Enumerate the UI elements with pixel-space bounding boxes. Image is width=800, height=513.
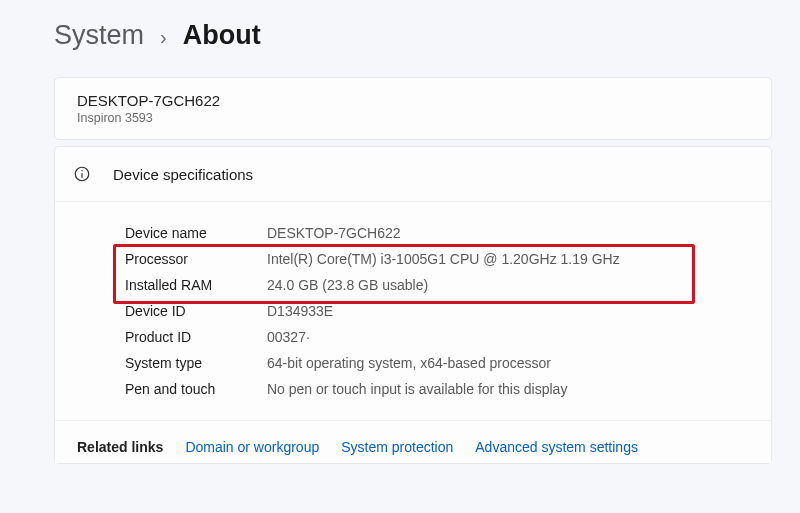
related-links-label: Related links (77, 439, 163, 455)
spec-value: Intel(R) Core(TM) i3-1005G1 CPU @ 1.20GH… (255, 246, 749, 272)
spec-label: Product ID (125, 324, 255, 350)
device-specifications-card[interactable]: Device specifications Device name DESKTO… (54, 146, 772, 464)
spec-label: Device name (125, 220, 255, 246)
spec-label: Pen and touch (125, 376, 255, 402)
link-domain-workgroup[interactable]: Domain or workgroup (185, 439, 319, 455)
link-advanced-system-settings[interactable]: Advanced system settings (475, 439, 638, 455)
device-specifications-header[interactable]: Device specifications (55, 147, 771, 202)
related-links: Related links Domain or workgroup System… (55, 420, 771, 463)
chevron-right-icon: › (160, 26, 167, 49)
spec-table: Device name DESKTOP-7GCH622 Processor In… (125, 220, 749, 402)
svg-point-2 (81, 170, 82, 171)
spec-value: No pen or touch input is available for t… (255, 376, 749, 402)
device-specifications-title: Device specifications (113, 166, 253, 183)
link-system-protection[interactable]: System protection (341, 439, 453, 455)
spec-label: Installed RAM (125, 272, 255, 298)
spec-label: Processor (125, 246, 255, 272)
spec-value: 00327· (255, 324, 749, 350)
spec-row-installed-ram: Installed RAM 24.0 GB (23.8 GB usable) (125, 272, 749, 298)
spec-row-device-id: Device ID D134933E (125, 298, 749, 324)
spec-value: DESKTOP-7GCH622 (255, 220, 749, 246)
device-card[interactable]: DESKTOP-7GCH622 Inspiron 3593 (54, 77, 772, 140)
device-name: DESKTOP-7GCH622 (77, 92, 749, 109)
spec-label: System type (125, 350, 255, 376)
info-icon (73, 165, 91, 183)
spec-value: 64-bit operating system, x64-based proce… (255, 350, 749, 376)
spec-row-pen-touch: Pen and touch No pen or touch input is a… (125, 376, 749, 402)
device-specifications-body: Device name DESKTOP-7GCH622 Processor In… (55, 202, 771, 420)
spec-row-product-id: Product ID 00327· (125, 324, 749, 350)
breadcrumb: System › About (54, 20, 772, 51)
breadcrumb-parent[interactable]: System (54, 20, 144, 51)
spec-row-system-type: System type 64-bit operating system, x64… (125, 350, 749, 376)
spec-label: Device ID (125, 298, 255, 324)
device-model: Inspiron 3593 (77, 111, 749, 125)
spec-row-device-name: Device name DESKTOP-7GCH622 (125, 220, 749, 246)
spec-value: 24.0 GB (23.8 GB usable) (255, 272, 749, 298)
spec-value: D134933E (255, 298, 749, 324)
spec-row-processor: Processor Intel(R) Core(TM) i3-1005G1 CP… (125, 246, 749, 272)
breadcrumb-current: About (183, 20, 261, 51)
